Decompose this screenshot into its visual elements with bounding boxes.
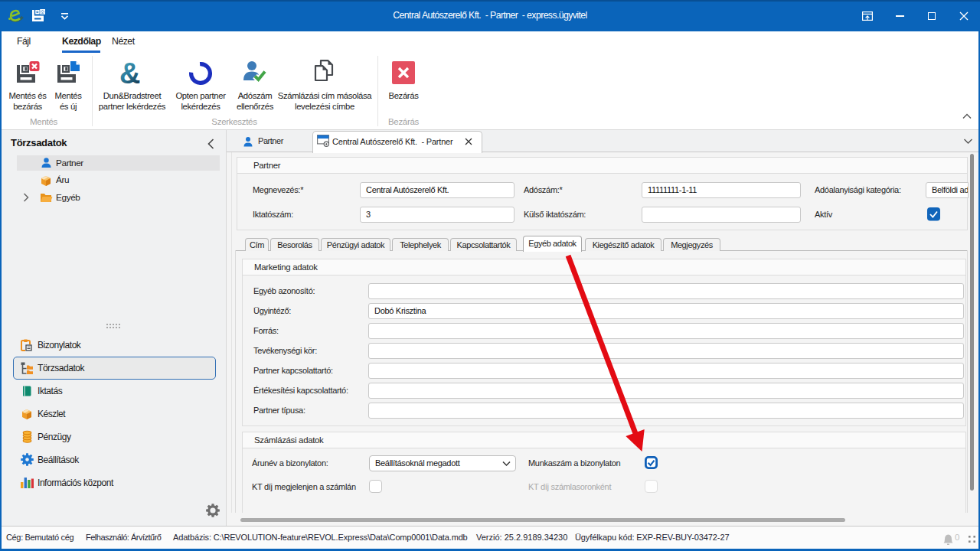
svg-text:&: &	[119, 60, 140, 87]
